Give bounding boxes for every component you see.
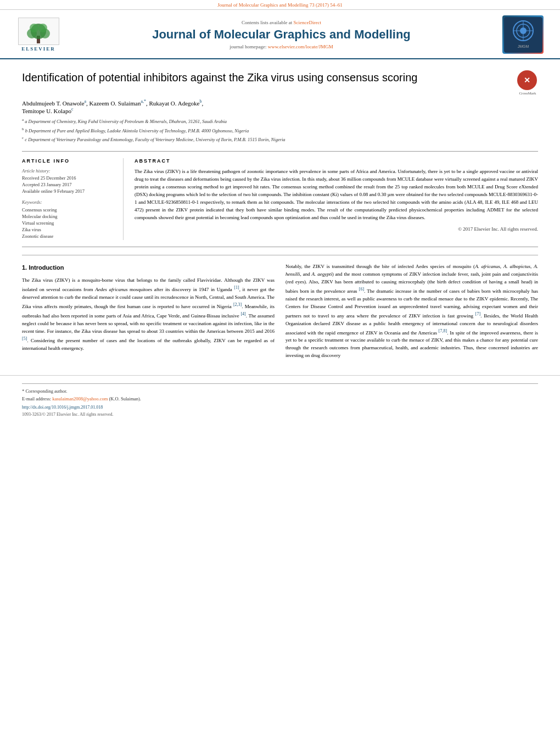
keywords-title: Keywords: xyxy=(22,199,115,205)
history-title: Article history: xyxy=(22,168,115,174)
received-date: Received 25 December 2016 xyxy=(22,175,115,181)
doi-link[interactable]: http://dx.doi.org/10.1016/j.jmgm.2017.01… xyxy=(22,405,103,410)
elsevier-plant-icon xyxy=(18,18,59,45)
journal-header: ELSEVIER Contents lists available at Sci… xyxy=(0,10,560,59)
two-col-section: ARTICLE INFO Article history: Received 2… xyxy=(22,151,538,247)
journal-top-bar: Journal of Molecular Graphics and Modell… xyxy=(0,0,560,10)
keyword-5: Zoonotic disease xyxy=(22,233,115,239)
abstract-text: The Zika virus (ZIKV) is a life threaten… xyxy=(135,168,538,222)
article-info-header: ARTICLE INFO xyxy=(22,158,115,164)
svg-point-5 xyxy=(38,24,47,32)
svg-point-4 xyxy=(30,24,38,32)
journal-main-title: Journal of Molecular Graphics and Modell… xyxy=(66,27,497,42)
contents-available: Contents lists available at ScienceDirec… xyxy=(66,20,497,25)
abstract-copyright: © 2017 Elsevier Inc. All rights reserved… xyxy=(135,226,538,232)
journal-homepage: journal homepage: www.elsevier.com/locat… xyxy=(66,44,497,49)
page-wrapper: Journal of Molecular Graphics and Modell… xyxy=(0,0,560,742)
elsevier-logo: ELSEVIER xyxy=(16,18,60,52)
section1-heading: 1. Introduction xyxy=(22,263,275,272)
section1-col1-para1: The Zika virus (ZIKV) is a mosquito-born… xyxy=(22,277,275,352)
authors-line: Abdulmujeeb T. Onawolea, Kazeem O. Sulai… xyxy=(22,99,538,114)
affiliation-a: a a Department of Chemistry, King Fahd U… xyxy=(22,117,538,125)
body-col-left: 1. Introduction The Zika virus (ZIKV) is… xyxy=(22,263,275,364)
crossmark-icon: ✕ xyxy=(517,70,537,90)
affiliation-b: b b Department of Pure and Applied Biolo… xyxy=(22,126,538,135)
article-title: Identification of potential inhibitors a… xyxy=(22,70,506,85)
article-history: Article history: Received 25 December 20… xyxy=(22,168,115,194)
doi-line: http://dx.doi.org/10.1016/j.jmgm.2017.01… xyxy=(22,405,538,410)
footer-email: E-mail address: kasulaiman2008@yahoo.com… xyxy=(22,396,538,401)
affiliation-c: c c Department of Veterinary Parasitolog… xyxy=(22,135,538,143)
journal-title-block: Contents lists available at ScienceDirec… xyxy=(66,20,497,49)
article-content: Identification of potential inhibitors a… xyxy=(0,59,560,375)
footer-copyright: 1093-3263/© 2017 Elsevier Inc. All right… xyxy=(22,412,538,417)
science-direct-link[interactable]: ScienceDirect xyxy=(294,20,321,25)
body-columns: 1. Introduction The Zika virus (ZIKV) is… xyxy=(22,263,538,364)
keywords-section: Keywords: Consensus scoring Molecular do… xyxy=(22,199,115,239)
homepage-link[interactable]: www.elsevier.com/locate/JMGM xyxy=(268,44,333,49)
article-info-col: ARTICLE INFO Article history: Received 2… xyxy=(22,158,124,240)
journal-citation: Journal of Molecular Graphics and Modell… xyxy=(217,2,342,8)
email-link[interactable]: kasulaiman2008@yahoo.com xyxy=(52,396,108,401)
keyword-2: Molecular docking xyxy=(22,214,115,219)
keyword-3: Virtual screening xyxy=(22,220,115,226)
section-divider xyxy=(22,255,538,255)
keyword-1: Consensus scoring xyxy=(22,207,115,213)
section1-col2-para1: Notably, the ZIKV is transmitted through… xyxy=(285,263,538,360)
body-col-right: Notably, the ZIKV is transmitted through… xyxy=(285,263,538,364)
svg-text:JMGM: JMGM xyxy=(517,44,529,48)
abstract-header: ABSTRACT xyxy=(135,158,538,164)
available-date: Available online 9 February 2017 xyxy=(22,188,115,194)
affiliations: a a Department of Chemistry, King Fahd U… xyxy=(22,117,538,143)
keyword-4: Zika virus xyxy=(22,227,115,232)
accepted-date: Accepted 23 January 2017 xyxy=(22,182,115,187)
crossmark-badge: ✕ CrossMark xyxy=(517,70,538,91)
article-title-section: Identification of potential inhibitors a… xyxy=(22,70,538,91)
abstract-col: ABSTRACT The Zika virus (ZIKV) is a life… xyxy=(135,158,538,240)
journal-logo-right: JMGM xyxy=(502,15,544,54)
article-footer: * Corresponding author. E-mail address: … xyxy=(0,375,560,422)
corresponding-note: * Corresponding author. xyxy=(22,388,538,394)
elsevier-text: ELSEVIER xyxy=(21,46,55,52)
journal-logo-box: JMGM xyxy=(502,15,544,54)
